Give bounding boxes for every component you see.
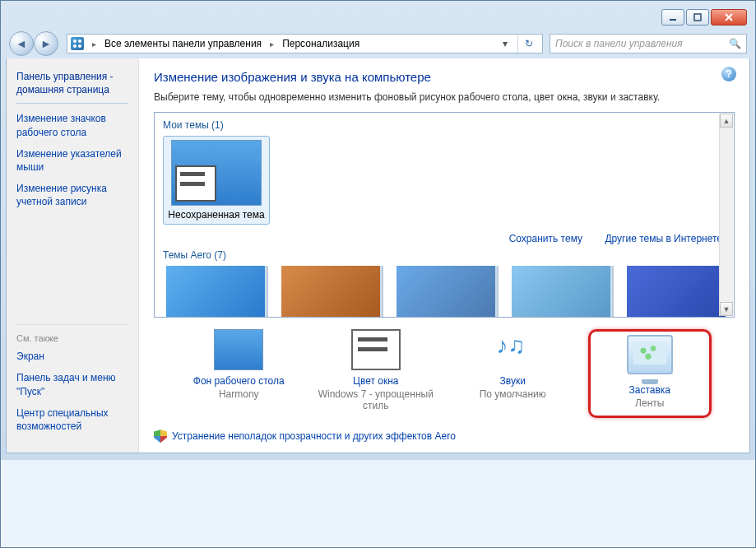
sidebar-link-desktop-icons[interactable]: Изменение значков рабочего стола [16,112,128,138]
themes-container: Мои темы (1) Несохраненная тема Сохранит… [154,112,735,318]
sidebar: Панель управления - домашняя страница Из… [7,58,139,453]
see-also-taskbar[interactable]: Панель задач и меню "Пуск" [16,371,128,397]
screensaver-item[interactable]: Заставка Ленты [588,329,712,418]
aero-theme-4[interactable] [512,266,610,317]
refresh-button[interactable]: ↻ [517,35,539,53]
window-color-title: Цвет окна [314,375,438,387]
bottom-settings-row: Фон рабочего стола Harmony Цвет окна Win… [154,318,735,425]
chevron-right-icon: ▸ [89,39,100,49]
aero-themes-label: Темы Aero (7) [163,249,726,261]
save-theme-link[interactable]: Сохранить тему [509,233,582,244]
content-area: Панель управления - домашняя страница Из… [6,58,750,453]
svg-rect-1 [694,14,701,21]
sidebar-link-mouse-pointers[interactable]: Изменение указателей мыши [16,147,128,174]
sounds-icon [488,329,537,370]
desktop-background-item[interactable]: Фон рабочего стола Harmony [177,329,300,400]
breadcrumb-item[interactable]: Все элементы панели управления [104,38,262,49]
see-also-ease-of-access[interactable]: Центр специальных возможностей [16,406,128,433]
screensaver-title: Заставка [597,384,703,396]
desktop-background-icon [214,329,263,370]
search-icon: 🔍 [729,38,741,49]
sounds-item[interactable]: Звуки По умолчанию [451,329,574,400]
aero-theme-3[interactable] [397,266,495,317]
window-color-icon [351,329,401,370]
back-button[interactable]: ◄ [9,31,34,56]
personalization-window: ◄ ► ▸ Все элементы панели управления ▸ П… [0,0,756,548]
sounds-value: По умолчанию [451,388,574,400]
dropdown-icon[interactable]: ▾ [498,38,513,49]
aero-troubleshoot-link[interactable]: Устранение неполадок прозрачности и друг… [154,425,735,446]
help-icon[interactable]: ? [721,67,736,81]
screensaver-value: Ленты [597,397,703,409]
desktop-background-value: Harmony [177,388,300,400]
theme-unsaved[interactable]: Несохраненная тема [163,136,270,225]
minimize-button[interactable] [661,9,684,26]
close-button[interactable] [711,9,747,26]
window-frame: ◄ ► ▸ Все элементы панели управления ▸ П… [1,1,755,460]
theme-thumbnail [171,140,262,206]
see-also-label: См. также [16,324,128,343]
sidebar-link-account-picture[interactable]: Изменение рисунка учетной записи [16,182,128,208]
sounds-title: Звуки [451,375,574,387]
aero-troubleshoot-label: Устранение неполадок прозрачности и друг… [172,430,456,442]
theme-actions: Сохранить тему Другие темы в Интернете [163,233,722,244]
breadcrumb-item[interactable]: Персонализация [282,38,359,49]
forward-button[interactable]: ► [34,31,58,56]
aero-theme-2[interactable] [281,266,380,317]
see-also-display[interactable]: Экран [16,350,128,363]
scrollbar[interactable]: ▲ ▼ [719,114,733,316]
control-panel-home-link[interactable]: Панель управления - домашняя страница [16,70,128,104]
more-themes-link[interactable]: Другие темы в Интернете [605,233,722,244]
desktop-background-title: Фон рабочего стола [177,375,300,387]
address-bar[interactable]: ▸ Все элементы панели управления ▸ Персо… [67,34,543,53]
aero-theme-5[interactable] [627,266,726,317]
navigation-bar: ◄ ► ▸ Все элементы панели управления ▸ П… [6,29,750,58]
scroll-up-button[interactable]: ▲ [720,114,733,128]
main-panel: ? Изменение изображения и звука на компь… [139,58,749,453]
maximize-button[interactable] [686,9,709,26]
page-description: Выберите тему, чтобы одновременно измени… [154,91,735,104]
scroll-down-button[interactable]: ▼ [720,302,733,316]
search-input[interactable]: Поиск в панели управления 🔍 [550,34,747,53]
shield-icon [154,430,167,443]
my-themes-label: Мои темы (1) [163,119,726,131]
control-panel-icon [71,37,84,50]
search-placeholder: Поиск в панели управления [555,38,683,49]
chevron-right-icon: ▸ [267,39,277,49]
aero-theme-1[interactable] [166,266,265,317]
theme-name-label: Несохраненная тема [167,209,266,221]
window-color-value: Windows 7 - упрощенный стиль [314,388,438,411]
window-color-item[interactable]: Цвет окна Windows 7 - упрощенный стиль [314,329,438,411]
page-title: Изменение изображения и звука на компьют… [154,70,735,84]
aero-themes-row [163,266,726,317]
titlebar [6,6,750,29]
screensaver-icon [627,335,673,374]
